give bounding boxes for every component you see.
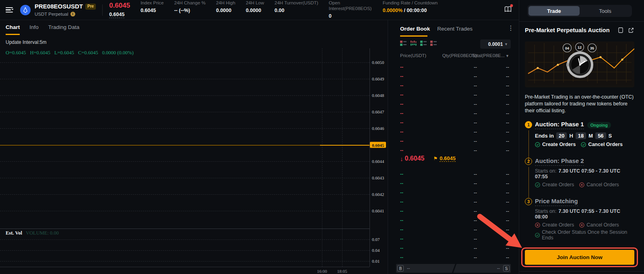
perm-create-orders: Create Orders — [535, 222, 574, 228]
col-total[interactable]: Total(PRE08E...▼ — [472, 53, 509, 58]
stat-index-price: Index Price 0.6045 — [140, 0, 164, 14]
price-axis-line — [369, 48, 370, 267]
total-cell: -- — [506, 208, 509, 214]
qty-cell: -- — [474, 111, 477, 116]
sell-ratio-label: S — [503, 265, 510, 272]
price-cell: -- — [400, 83, 403, 89]
view-both-icon[interactable] — [400, 40, 407, 46]
bid-row[interactable]: ------ — [388, 198, 519, 207]
qty-cell: -- — [474, 171, 477, 177]
phase-1-title[interactable]: Auction: Phase 1 — [535, 121, 584, 129]
update-interval-label: Update Interval:5m — [6, 39, 46, 45]
tab-info[interactable]: Info — [29, 24, 39, 35]
volume-value-label: VOLUME: 0.00 — [26, 230, 59, 236]
ask-row[interactable]: ------ — [388, 109, 519, 118]
phase-2-schedule: Starts on:7.30 UTC 07:50 - 7.30 UTC 07:5… — [535, 168, 634, 179]
price-tick: 0.6050 — [372, 60, 384, 65]
tab-trade[interactable]: Trade — [528, 6, 580, 16]
ask-row[interactable]: ------ — [388, 81, 519, 91]
volume-tick: 0.07 — [372, 237, 380, 242]
stat-open-interest: Open Interest(PRE08EOS) 0 — [329, 0, 372, 19]
mark-price[interactable]: 0.6045 — [109, 12, 124, 18]
ask-row[interactable]: ------ — [388, 137, 519, 146]
price-tick: 0.6041 — [372, 208, 384, 213]
info-icon[interactable]: i — [70, 12, 75, 16]
hamburger-menu-icon[interactable] — [6, 6, 14, 14]
countdown-hours: 20 — [556, 132, 567, 139]
bid-row[interactable]: ------ — [388, 179, 519, 188]
price-cell: -- — [400, 218, 403, 223]
phase-3: 3 Price Matching Starts on:7.30 UTC 07:5… — [525, 198, 634, 241]
perm-create-orders: Create Orders — [535, 142, 576, 147]
total-cell: -- — [506, 218, 509, 223]
funding-separator: / — [402, 8, 407, 13]
bid-row[interactable]: ------ — [388, 188, 519, 198]
buy-ratio-label: B — [397, 265, 404, 272]
chevron-down-icon: ▼ — [506, 54, 509, 58]
ask-row[interactable]: ------ — [388, 72, 519, 81]
bid-row[interactable]: ------ — [388, 170, 519, 179]
ask-row[interactable]: ------ — [388, 63, 519, 72]
ask-row[interactable]: ------ — [388, 100, 519, 109]
price-cell: -- — [400, 199, 403, 205]
gridline — [0, 112, 369, 112]
phase-connector — [528, 130, 529, 161]
est-vol-label: Est. Vol — [6, 230, 22, 236]
join-auction-button[interactable]: Join Auction Now — [525, 250, 634, 265]
bid-row[interactable]: ------ — [388, 225, 519, 235]
price-cell: -- — [400, 129, 403, 135]
bid-row[interactable]: ------ — [388, 235, 519, 244]
tick-size-dropdown[interactable]: 0.0001 ▼ — [480, 39, 511, 49]
ratio-divider — [452, 263, 456, 273]
qty-cell: -- — [474, 190, 477, 196]
ask-row[interactable]: ------ — [388, 128, 519, 137]
time-tick: 18:05 — [337, 269, 347, 274]
price-cell: -- — [400, 148, 403, 153]
view-depth-icon[interactable] — [410, 40, 417, 46]
contract-type: USDT Perpetual — [35, 11, 68, 17]
phase-3-title[interactable]: Price Matching — [535, 198, 578, 206]
qty-cell: -- — [474, 236, 477, 242]
view-bids-only-icon[interactable] — [420, 40, 427, 46]
price-tick: 0.6043 — [372, 175, 384, 180]
price-cell: -- — [400, 171, 403, 177]
x-circle-icon — [579, 182, 584, 187]
stat-funding-rate: Funding Rate / Countdown 0.0000% / 00:00… — [383, 0, 438, 14]
view-asks-only-icon[interactable] — [430, 40, 437, 46]
ask-row[interactable]: ------ — [388, 118, 519, 128]
bids-list: ----------------------------------------… — [388, 170, 519, 262]
auction-banner-image: 04 12 35 — [525, 41, 634, 87]
bid-row[interactable]: ------ — [388, 216, 519, 225]
more-options-icon[interactable]: ⋮ — [508, 25, 514, 31]
ask-row[interactable]: ------ — [388, 91, 519, 100]
phase-3-schedule: Starts on:7.30 UTC 07:55 - 7.30 UTC 08:0… — [535, 208, 634, 220]
chart-tabs: Chart Info Trading Data — [6, 24, 79, 35]
gridline — [342, 48, 343, 267]
ob-mark-price[interactable]: 0.6045 — [440, 155, 456, 162]
total-cell: -- — [506, 101, 509, 107]
total-cell: -- — [506, 227, 509, 233]
external-link-icon[interactable] — [628, 27, 634, 33]
bid-row[interactable]: ------ — [388, 244, 519, 253]
orderbook-view-modes — [400, 40, 437, 46]
phase-3-number: 3 — [525, 198, 532, 205]
gridline — [0, 261, 369, 262]
price-cell: -- — [400, 74, 403, 79]
bid-row[interactable]: ------ — [388, 207, 519, 216]
tab-trading-data[interactable]: Trading Data — [48, 24, 80, 35]
orderbook-layout-icon[interactable] — [504, 5, 512, 15]
phase-1: 1 Auction: Phase 1 Ongoing Ends in 20 H … — [525, 121, 634, 147]
bubble-seconds: 35 — [590, 46, 594, 50]
tab-chart[interactable]: Chart — [6, 24, 20, 35]
tab-order-book[interactable]: Order Book — [400, 26, 430, 32]
tab-tools[interactable]: Tools — [580, 6, 631, 16]
price-chart: Est. Vol VOLUME: 0.00 0.60500.60490.6048… — [0, 20, 388, 274]
funding-countdown: 00:00:00 — [407, 8, 427, 13]
total-cell: -- — [506, 83, 509, 89]
tab-recent-trades[interactable]: Recent Trades — [437, 26, 473, 32]
bid-row[interactable]: ------ — [388, 253, 519, 262]
divider — [102, 4, 103, 16]
phase-2-title[interactable]: Auction: Phase 2 — [535, 157, 584, 166]
time-axis-line — [0, 267, 369, 267]
document-icon[interactable] — [617, 27, 624, 33]
